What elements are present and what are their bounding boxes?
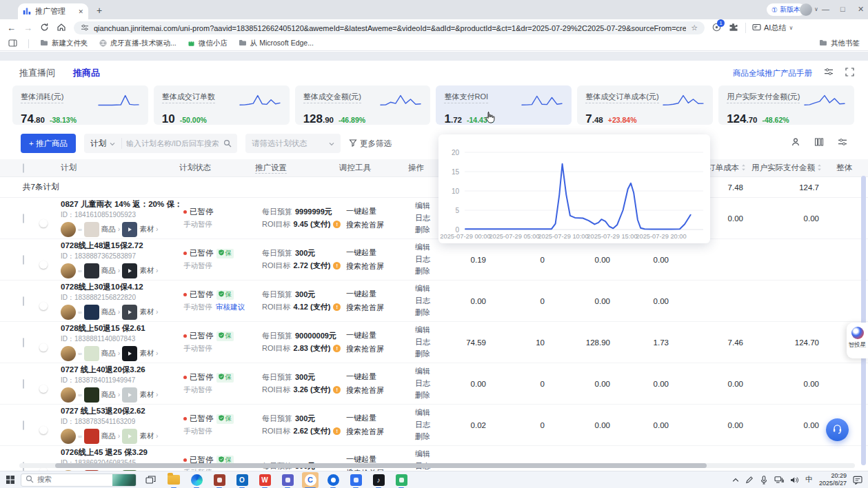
sort-icon[interactable] xyxy=(817,164,822,172)
review-suggestion-link[interactable]: 审核建议 xyxy=(216,303,245,312)
material-link[interactable]: 素材 › xyxy=(139,225,158,234)
qianchuan-icon[interactable]: C xyxy=(302,472,319,488)
product-link[interactable]: 商品 › xyxy=(101,390,120,400)
columns-icon[interactable] xyxy=(814,137,824,150)
account-avatar[interactable] xyxy=(61,263,76,278)
action-link[interactable]: 编辑 xyxy=(415,448,456,460)
app-purple-icon[interactable] xyxy=(279,472,296,488)
browser-tab[interactable]: 推广管理 ✕ xyxy=(18,3,88,19)
product-link[interactable]: 商品 › xyxy=(101,307,120,317)
forward-button[interactable]: → xyxy=(23,23,32,33)
stat-card-3[interactable]: 整体成交金额(元)128.90-46.89% xyxy=(295,85,431,125)
account-avatar[interactable] xyxy=(61,305,76,320)
tab-close-icon[interactable]: ✕ xyxy=(78,8,83,15)
material-link[interactable]: 素材 › xyxy=(139,431,158,441)
vertical-scrollbar[interactable] xyxy=(861,176,866,465)
material-thumbnail[interactable] xyxy=(122,387,137,403)
product-manual-link[interactable]: 商品全域推广产品手册 xyxy=(733,68,812,79)
tool-link[interactable]: 一键起量 xyxy=(346,370,408,384)
action-link[interactable]: 编辑 xyxy=(415,365,456,378)
plan-type-select[interactable]: 计划 xyxy=(84,138,122,149)
material-thumbnail[interactable] xyxy=(122,305,137,320)
bookmark-item[interactable]: 微信小店 xyxy=(188,39,228,48)
material-thumbnail[interactable] xyxy=(122,429,137,444)
account-avatar[interactable] xyxy=(61,346,76,361)
wechat-store-icon[interactable] xyxy=(393,472,410,488)
header-plan[interactable]: 计划 xyxy=(61,163,179,173)
bookmark-item[interactable]: 虎牙直播-技术驱动... xyxy=(99,39,176,48)
material-link[interactable]: 素材 › xyxy=(139,349,158,358)
edge-browser-icon[interactable] xyxy=(188,472,205,488)
scrollbar-thumb[interactable] xyxy=(55,463,707,468)
ai-summary-button[interactable]: AI总结 ∨ xyxy=(745,23,793,33)
ime-indicator[interactable]: 中 xyxy=(805,475,813,485)
row-checkbox[interactable] xyxy=(23,296,24,306)
tool-link[interactable]: 搜索抢首屏 xyxy=(346,301,408,315)
side-panel-icon[interactable] xyxy=(8,39,17,49)
page-tab-推商品[interactable]: 推商品 xyxy=(73,67,100,79)
tool-link[interactable]: 一键起量 xyxy=(346,287,408,301)
product-thumbnail[interactable] xyxy=(84,222,99,237)
bookmark-item[interactable]: 新建文件夹 xyxy=(40,39,88,48)
select-all-checkbox[interactable] xyxy=(23,163,24,173)
header-settings[interactable]: 推广设置 xyxy=(255,163,339,174)
material-thumbnail[interactable] xyxy=(122,263,137,278)
network-icon[interactable] xyxy=(774,476,784,484)
action-link[interactable]: 编辑 xyxy=(415,324,456,336)
product-link[interactable]: 商品 › xyxy=(101,266,120,276)
fullscreen-icon[interactable] xyxy=(845,67,854,79)
tray-chevron-up-icon[interactable] xyxy=(732,478,739,482)
address-bar[interactable]: qianchuan.jinritemai.com/uni-prom?aavid=… xyxy=(74,21,705,34)
stat-card-4[interactable]: 整体支付ROI1.72-14.43% xyxy=(436,85,572,125)
stat-card-2[interactable]: 整体成交订单数10-50.00% xyxy=(154,85,290,125)
tool-link[interactable]: 搜索抢首屏 xyxy=(346,384,408,398)
window-maximize-button[interactable]: □ xyxy=(840,5,845,13)
tool-link[interactable]: 搜索抢首屏 xyxy=(346,343,408,356)
stat-card-6[interactable]: 用户实际支付金额(元)124.70-48.62% xyxy=(718,85,854,125)
product-link[interactable]: 商品 › xyxy=(101,349,120,358)
material-link[interactable]: 素材 › xyxy=(139,266,158,276)
task-view-button[interactable] xyxy=(145,476,156,485)
header-tools[interactable]: 调控工具 xyxy=(339,163,408,173)
plan-search-input[interactable] xyxy=(122,139,223,148)
extension-icon[interactable]: 1 xyxy=(712,22,721,34)
search-icon[interactable] xyxy=(223,139,237,148)
action-link[interactable]: 删除 xyxy=(415,348,456,360)
start-button[interactable] xyxy=(0,475,21,485)
row-checkbox[interactable] xyxy=(23,379,24,389)
sort-icon[interactable] xyxy=(741,164,746,172)
bookmark-star-icon[interactable]: ☆ xyxy=(691,23,698,32)
material-thumbnail[interactable] xyxy=(122,346,137,361)
action-link[interactable]: 删除 xyxy=(415,389,456,402)
site-settings-icon[interactable] xyxy=(81,22,89,34)
action-link[interactable]: 日志 xyxy=(415,254,456,266)
material-link[interactable]: 素材 › xyxy=(139,390,158,400)
product-thumbnail[interactable] xyxy=(84,263,99,278)
window-minimize-button[interactable]: — xyxy=(822,5,829,13)
extensions-puzzle-icon[interactable] xyxy=(729,22,738,34)
douyin-icon[interactable]: ♪ xyxy=(370,472,387,488)
header-user-pay[interactable]: 用户实际支付金额 xyxy=(751,163,827,173)
reload-button[interactable] xyxy=(40,22,49,34)
row-checkbox[interactable] xyxy=(23,255,24,265)
home-button[interactable] xyxy=(57,22,66,34)
assistant-widget[interactable]: 智投星 xyxy=(847,323,868,358)
outlook-icon[interactable]: O xyxy=(234,472,250,488)
product-link[interactable]: 商品 › xyxy=(101,431,120,441)
more-filters-button[interactable]: 更多筛选 xyxy=(349,139,392,149)
tool-link[interactable]: 一键起量 xyxy=(346,329,408,343)
clock[interactable]: 20:29 2025/8/27 xyxy=(819,472,847,488)
promote-product-button[interactable]: + 推广商品 xyxy=(21,134,76,153)
row-checkbox[interactable] xyxy=(23,214,24,223)
help-fab-button[interactable] xyxy=(826,418,849,441)
tool-link[interactable]: 搜索抢首屏 xyxy=(346,425,408,439)
product-link[interactable]: 商品 › xyxy=(101,225,120,234)
taskbar-search[interactable]: 搜索 xyxy=(21,474,137,487)
product-thumbnail[interactable] xyxy=(84,429,99,444)
product-thumbnail[interactable] xyxy=(84,305,99,320)
action-link[interactable]: 删除 xyxy=(415,431,456,443)
app-store-red-icon[interactable] xyxy=(211,472,228,488)
browser-profile-avatar[interactable] xyxy=(800,3,812,16)
stat-card-1[interactable]: 整体消耗(元)74.80-38.13% xyxy=(12,85,148,125)
action-link[interactable]: 编辑 xyxy=(415,407,456,419)
